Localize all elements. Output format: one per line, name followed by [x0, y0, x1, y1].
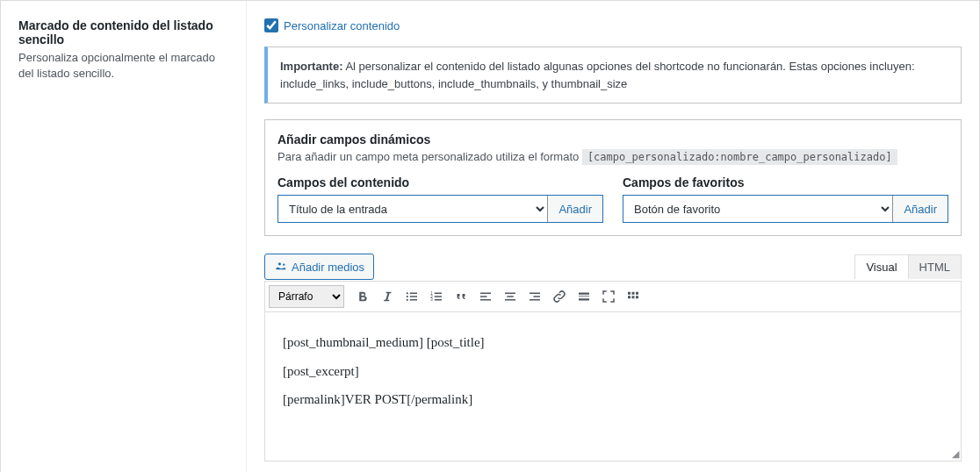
help-code: [campo_personalizado:nombre_campo_person… [582, 149, 897, 165]
content-fields-select[interactable]: Título de la entrada [278, 196, 548, 222]
resize-handle-icon[interactable]: ◢ [952, 449, 959, 459]
media-icon [274, 260, 288, 274]
sidebar: Marcado de contenido del listado sencill… [1, 1, 247, 472]
add-content-field-button[interactable]: Añadir [548, 196, 602, 222]
svg-rect-29 [628, 296, 631, 298]
svg-point-4 [407, 299, 408, 301]
content-fields-label: Campos del contenido [277, 175, 603, 190]
svg-rect-12 [435, 296, 442, 297]
favorite-fields-select[interactable]: Botón de favorito [623, 196, 893, 222]
svg-point-3 [407, 296, 408, 297]
editor-content-area[interactable]: [post_thumbnail_medium] [post_title] [po… [264, 312, 962, 461]
svg-rect-30 [632, 296, 635, 298]
notice-text: Al personalizar el contenido del listado… [280, 60, 915, 90]
tab-visual[interactable]: Visual [855, 255, 908, 279]
notice-strong: Importante: [280, 60, 343, 73]
favorite-fields-label: Campos de favoritos [623, 175, 948, 190]
toolbar-toggle-button[interactable] [622, 285, 645, 308]
editor-top-bar: Añadir medios Visual HTML [264, 254, 962, 280]
editor-toolbar: Párrafo 123 [264, 281, 962, 312]
content-line: [permalink]VER POST[/permalink] [283, 387, 943, 412]
svg-rect-15 [480, 296, 487, 297]
customize-content-checkbox[interactable] [264, 18, 278, 32]
settings-panel: Marcado de contenido del listado sencill… [0, 0, 980, 472]
format-select[interactable]: Párrafo [269, 285, 344, 308]
fields-row: Campos del contenido Título de la entrad… [277, 175, 948, 223]
svg-rect-28 [636, 292, 638, 295]
read-more-button[interactable] [573, 285, 595, 308]
svg-rect-20 [530, 293, 540, 295]
bold-button[interactable] [351, 285, 374, 308]
align-left-button[interactable] [474, 285, 497, 308]
svg-rect-7 [410, 299, 417, 301]
editor-tabs: Visual HTML [854, 254, 962, 279]
svg-rect-21 [534, 296, 541, 297]
customize-content-label[interactable]: Personalizar contenido [284, 19, 400, 32]
svg-rect-26 [628, 292, 631, 295]
svg-point-2 [407, 292, 408, 294]
svg-text:3: 3 [430, 297, 433, 302]
svg-point-1 [283, 263, 285, 265]
blockquote-button[interactable] [450, 285, 472, 308]
svg-rect-31 [636, 296, 638, 298]
svg-rect-18 [507, 296, 514, 297]
dynamic-fields-title: Añadir campos dinámicos [277, 132, 948, 147]
svg-rect-23 [579, 293, 589, 295]
sidebar-description: Personaliza opcionalmente el marcado del… [18, 50, 228, 82]
main-content: Personalizar contenido Importante: Al pe… [247, 1, 979, 472]
svg-rect-5 [410, 293, 417, 295]
content-line: [post_excerpt] [283, 359, 943, 384]
fullscreen-button[interactable] [597, 285, 620, 308]
numbered-list-button[interactable]: 123 [425, 285, 448, 308]
svg-rect-13 [435, 299, 442, 301]
customize-content-row: Personalizar contenido [264, 18, 962, 32]
tab-html[interactable]: HTML [909, 255, 961, 279]
align-right-button[interactable] [523, 285, 546, 308]
svg-rect-11 [435, 293, 442, 295]
dynamic-fields-help: Para añadir un campo meta personalizado … [277, 150, 948, 163]
link-button[interactable] [548, 285, 571, 308]
dynamic-fields-box: Añadir campos dinámicos Para añadir un c… [264, 119, 962, 236]
svg-rect-25 [579, 298, 589, 300]
svg-rect-19 [505, 299, 515, 301]
svg-rect-17 [505, 293, 515, 295]
sidebar-title: Marcado de contenido del listado sencill… [18, 18, 228, 46]
svg-rect-24 [579, 296, 589, 297]
svg-rect-14 [480, 293, 491, 295]
italic-button[interactable] [376, 285, 399, 308]
svg-rect-6 [410, 296, 417, 297]
bullet-list-button[interactable] [400, 285, 423, 308]
align-center-button[interactable] [499, 285, 522, 308]
help-text: Para añadir un campo meta personalizado … [277, 150, 579, 163]
important-notice: Importante: Al personalizar el contenido… [264, 46, 962, 104]
add-media-button[interactable]: Añadir medios [264, 254, 374, 280]
svg-rect-16 [480, 299, 491, 301]
add-media-label: Añadir medios [292, 261, 364, 274]
content-fields-column: Campos del contenido Título de la entrad… [277, 175, 603, 223]
svg-rect-27 [632, 292, 635, 295]
add-favorite-field-button[interactable]: Añadir [893, 196, 948, 222]
content-line: [post_thumbnail_medium] [post_title] [283, 330, 943, 355]
favorite-fields-column: Campos de favoritos Botón de favorito Añ… [623, 175, 948, 223]
svg-rect-22 [530, 299, 540, 301]
svg-point-0 [278, 262, 281, 265]
